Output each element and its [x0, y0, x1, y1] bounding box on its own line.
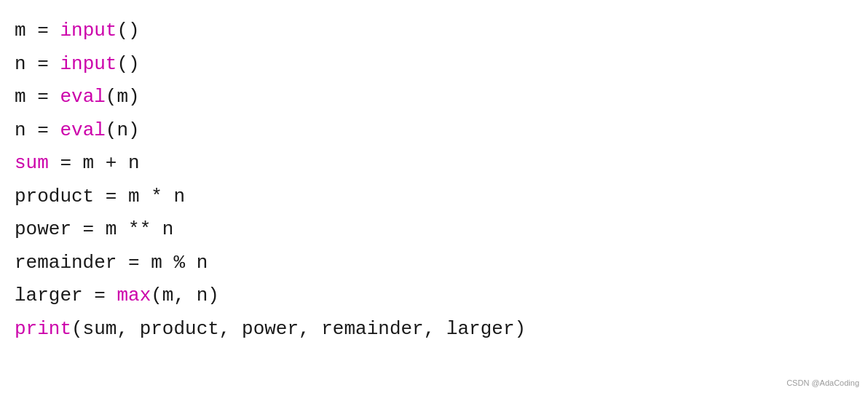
- code-line-9: larger = max(m, n): [15, 279, 853, 313]
- code-line-7: power = m ** n: [15, 213, 853, 247]
- code-line-1: m = input(): [15, 15, 853, 48]
- code-line-5: sum = m + n: [15, 147, 853, 180]
- watermark: CSDN @AdaCoding: [786, 378, 859, 387]
- code-line-8: remainder = m % n: [15, 247, 853, 280]
- code-line-6: product = m * n: [15, 180, 853, 214]
- code-line-2: n = input(): [15, 48, 853, 82]
- code-line-4: n = eval(n): [15, 114, 853, 148]
- code-line-10: print(sum, product, power, remainder, la…: [15, 313, 853, 346]
- code-block: m = input() n = input() m = eval(m) n = …: [0, 0, 868, 360]
- code-line-3: m = eval(m): [15, 81, 853, 114]
